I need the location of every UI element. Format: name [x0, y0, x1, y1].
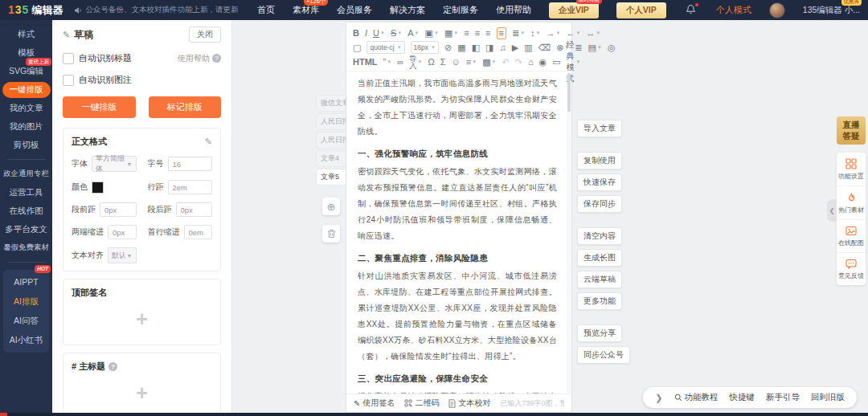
highlight-color-button[interactable]: ▣▼	[425, 29, 439, 38]
editor-content[interactable]: 当前正值主汛期，我市面临高温多雨与局地强对流天气频发的严峻防汛形势。为切实保障人…	[346, 71, 567, 394]
border-button[interactable]: ▦▼	[444, 29, 458, 38]
gallery-button[interactable]: ◨	[485, 43, 493, 52]
cloud-draft-button[interactable]: 云端草稿	[577, 271, 622, 288]
new-doc-button[interactable]: ▢	[353, 43, 361, 52]
sidebar-item-gov-column[interactable]: 政企通用专栏	[0, 165, 52, 183]
article-tab[interactable]: 人民日报	[317, 133, 346, 148]
sidebar-item-ops-tools[interactable]: 运营工具	[0, 183, 52, 202]
import-article-button[interactable]: 导入文章	[577, 120, 622, 137]
nav-home[interactable]: 首页	[257, 4, 275, 16]
sidebar-item-one-click-layout[interactable]: 一键排版	[0, 80, 52, 99]
more-functions-button[interactable]: 更多功能	[577, 292, 622, 310]
nav-custom-service[interactable]: 定制服务	[443, 4, 478, 16]
nav-help[interactable]: 使用帮助	[496, 4, 531, 16]
account-name[interactable]: 135编辑器 小... 优惠券	[803, 5, 860, 16]
personal-mode-toggle[interactable]: 个人模式	[716, 4, 751, 16]
text-align-select[interactable]: 默认▼	[108, 247, 137, 263]
table-button[interactable]: ▦	[457, 43, 465, 52]
placeholder-button[interactable]: ▩▼	[482, 58, 496, 67]
collapse-rail-chevron-icon[interactable]: ❮	[827, 199, 837, 222]
align-right-button[interactable]: ≡	[485, 29, 490, 38]
feature-tutorial-link[interactable]: 功能教程	[674, 392, 719, 403]
list-button[interactable]: ≣▼	[512, 29, 525, 38]
bold-button[interactable]: B	[353, 29, 359, 38]
font-family-select[interactable]: 苹方简细体▼	[92, 156, 137, 172]
add-signature-button[interactable]: +	[72, 309, 212, 329]
paragraph-style-select[interactable]: quote-cj▼	[366, 41, 404, 54]
add-article-button[interactable]: ⊕	[322, 198, 340, 215]
auto-caption-checkbox[interactable]	[63, 75, 74, 86]
formula-button[interactable]: Σ	[440, 58, 446, 67]
italic-button[interactable]: I	[365, 29, 367, 38]
undo-button[interactable]: ↶	[502, 58, 509, 67]
indent-button[interactable]: →▼	[547, 29, 561, 38]
copy-use-button[interactable]: 复制使用	[577, 152, 622, 169]
save-sync-button[interactable]: 保存同步	[577, 195, 622, 213]
mascot-button[interactable]: ◉	[539, 58, 547, 67]
import-button[interactable]: 导入▼	[409, 55, 422, 70]
online-images-button[interactable]: 在线配图	[837, 220, 866, 253]
print-button[interactable]: ▥	[524, 43, 532, 52]
emoji-button[interactable]: ☺	[452, 58, 461, 67]
frame-button[interactable]: ▭	[552, 58, 560, 67]
function-settings-button[interactable]: 功能设置	[837, 153, 866, 186]
article-tab[interactable]: 人民日报	[317, 114, 346, 129]
redo-button[interactable]: ↷	[515, 58, 522, 67]
hotkeys-link[interactable]: 快捷键	[730, 392, 755, 403]
side-indent-input[interactable]	[108, 225, 137, 239]
avatar[interactable]	[769, 2, 785, 18]
divider-button[interactable]: ≡▼	[466, 58, 477, 67]
letter-spacing-button[interactable]: ↔▼	[586, 29, 600, 38]
back-to-old-version-link[interactable]: 回到旧版	[811, 392, 845, 403]
beginner-guide-link[interactable]: 新手引导	[766, 392, 800, 403]
qr-code-button[interactable]: 二维码	[404, 398, 439, 409]
one-click-layout-button[interactable]: 一键排版	[63, 96, 136, 118]
align-justify-button[interactable]: ≡	[497, 27, 506, 39]
proofread-button[interactable]: 文本校对	[448, 398, 490, 409]
hot-materials-button[interactable]: 热门素材	[837, 186, 866, 220]
sidebar-item-ai-qa[interactable]: AI问答	[14, 311, 39, 330]
font-size-select[interactable]: 16px▼	[411, 41, 439, 54]
sidebar-item-clipboard[interactable]: 剪切板	[0, 136, 52, 154]
article-tab[interactable]: 微信文章	[317, 96, 346, 111]
delete-article-button[interactable]	[322, 225, 340, 243]
quick-save-button[interactable]: 快速保存	[577, 173, 622, 191]
enterprise-vip-button[interactable]: 企业VIP 限时特惠	[549, 2, 599, 18]
space-before-input[interactable]	[100, 202, 137, 217]
video-button[interactable]: ▶	[512, 43, 518, 52]
add-main-heading-button[interactable]: +	[72, 383, 212, 403]
use-signature-button[interactable]: ✎ 使用签名	[354, 398, 395, 409]
sidebar-item-online-design[interactable]: 在线作图	[0, 202, 52, 220]
announcement-bar[interactable]: 公众号备份、文本校对插件功能上新，请更新	[74, 5, 238, 15]
sidebar-item-my-images[interactable]: 我的图片	[0, 117, 52, 136]
music-button[interactable]: ♫	[499, 43, 506, 52]
nav-material-library[interactable]: 素材库 +126个	[293, 4, 319, 16]
collapse-pill-chevron-icon[interactable]: ❯	[655, 393, 662, 403]
help-question-icon[interactable]: ?	[108, 362, 117, 371]
first-line-indent-input[interactable]	[184, 225, 213, 239]
clear-content-button[interactable]: 清空内容	[577, 227, 622, 245]
search-replace-button[interactable]: ◎	[608, 43, 616, 52]
auto-title-checkbox[interactable]	[63, 53, 74, 64]
sidebar-item-styles[interactable]: 样式	[0, 25, 52, 43]
strikethrough-button[interactable]: S▼	[391, 29, 402, 38]
color-swatch[interactable]	[92, 181, 104, 194]
close-draft-button[interactable]: 关闭	[189, 27, 221, 43]
sidebar-item-aippt[interactable]: AIPPT	[14, 272, 38, 292]
generate-long-image-button[interactable]: 生成长图	[577, 249, 622, 267]
logo[interactable]: 135 编辑器	[8, 3, 63, 18]
link-button[interactable]: ∞	[397, 58, 403, 67]
font-size-input[interactable]	[168, 157, 213, 171]
sidebar-item-summer-free[interactable]: 暑假免费素材	[0, 239, 52, 257]
nav-solutions[interactable]: 解决方案	[390, 4, 425, 16]
align-center-button[interactable]: ≡	[475, 29, 480, 38]
mark-layout-button[interactable]: 标记排版	[149, 96, 222, 118]
edit-format-icon[interactable]: ✎	[205, 137, 212, 147]
outdent-button[interactable]: ←▼	[567, 29, 581, 38]
layout-button[interactable]: ▤▼	[588, 43, 602, 52]
sync-official-account-button[interactable]: 同步公众号	[577, 346, 630, 364]
sidebar-item-svg-editor[interactable]: SVG编辑 重磅上新	[0, 62, 52, 80]
image-button[interactable]: ◧	[472, 43, 480, 52]
article-tab[interactable]: 文章4	[317, 151, 346, 166]
personal-vip-button[interactable]: 个人VIP	[616, 2, 666, 18]
